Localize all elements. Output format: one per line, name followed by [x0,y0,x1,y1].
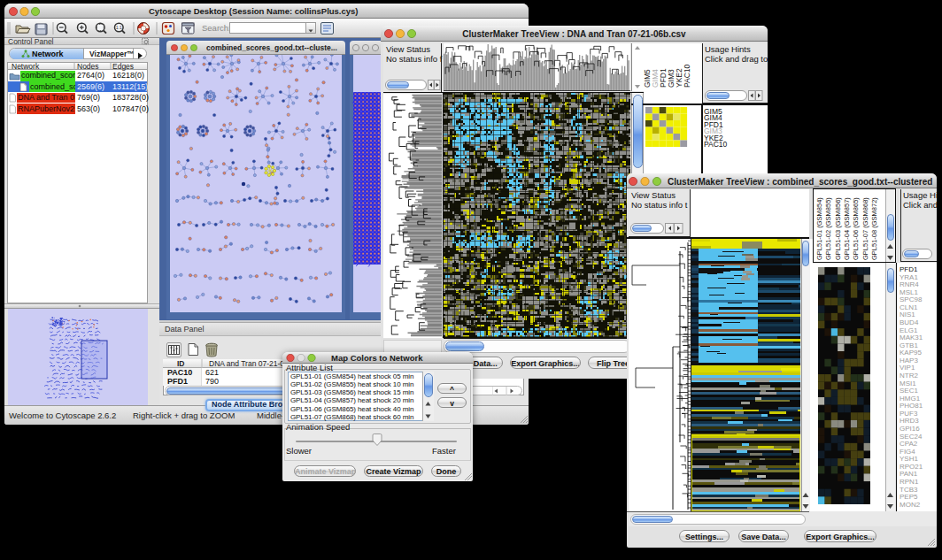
svg-text:GPL51-01 (GSM854): GPL51-01 (GSM854) [815,197,823,260]
svg-text:1:1: 1:1 [116,25,122,30]
svg-text:GPL51-02 (GSM855): GPL51-02 (GSM855) [824,197,832,260]
svg-text:GPL51-04 (GSM857): GPL51-04 (GSM857) [843,197,851,260]
svg-text:GPL51-03 (GSM856): GPL51-03 (GSM856) [834,197,842,260]
svg-text:PAC10: PAC10 [683,64,691,88]
svg-text:GPL51-07 (GSM868): GPL51-07 (GSM868) [861,197,869,260]
svg-text:GPL51-06 (GSM865): GPL51-06 (GSM865) [852,197,860,260]
svg-text:GPL51-08 (GSM872): GPL51-08 (GSM872) [870,197,878,260]
